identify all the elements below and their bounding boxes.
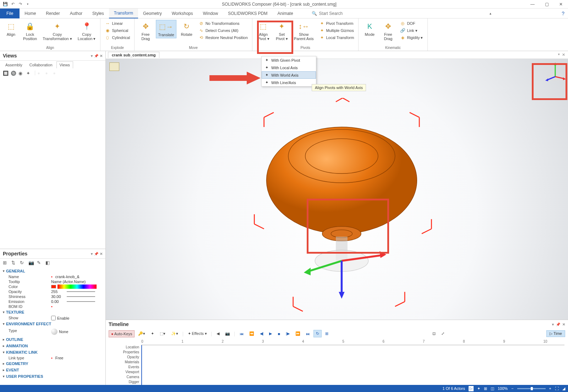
tl-stepback-button[interactable]: ◀| [258,330,266,337]
collapse-ribbon-icon[interactable]: ▴ [490,11,491,15]
with-given-pivot-item[interactable]: ✦With Given Pivot [262,56,316,64]
tab-author[interactable]: Author [65,9,87,18]
tl-last-button[interactable]: ⏭ [304,331,312,337]
views-pin-icon[interactable]: 📌 [94,54,98,58]
views-icon-6[interactable]: ▫ [46,71,52,77]
tl-next-button[interactable]: ⏩ [293,330,302,337]
views-icon-1[interactable]: 🔲 [3,71,9,77]
tab-home[interactable]: Home [20,9,41,18]
tl-icon-7[interactable]: ⊞ [323,330,331,337]
close-button[interactable]: ✕ [554,0,568,9]
pivot-transform-button[interactable]: ✦Pivot Transform [318,20,356,27]
prop-color-value[interactable] [51,285,103,289]
prop-tooltip-value[interactable]: Name (Actor.Name) [51,280,103,284]
cylindrical-explode-button[interactable]: ⬯Cylindrical [103,34,131,41]
tab-geometry[interactable]: Geometry [138,9,167,18]
doc-close-icon[interactable]: ✕ [562,53,565,57]
collaboration-tab[interactable]: Collaboration [26,61,56,68]
tab-render[interactable]: Render [41,9,65,18]
tl-track-label[interactable]: Viewport [106,370,139,375]
show-parent-axis-button[interactable]: ↕↔Show Parent Axis [292,20,316,42]
tl-icon-5[interactable]: ◀̶ [214,330,222,337]
cat-outline[interactable]: OUTLINE [2,336,103,343]
file-tab[interactable]: File [0,9,20,18]
views-icon-5[interactable]: ▫ [38,71,44,77]
prop-tb-icon-2[interactable]: ⇅ [11,260,18,266]
dof-button[interactable]: ◎DOF [398,20,424,27]
spherical-explode-button[interactable]: ◉Spherical [103,27,131,34]
document-tab[interactable]: crank sub_content.smg [108,52,159,58]
minimize-button[interactable]: — [525,0,540,9]
prop-close-icon[interactable]: ✕ [100,252,103,256]
maximize-button[interactable]: ▢ [540,0,554,9]
tl-prev-button[interactable]: ⏪ [247,330,256,337]
tl-icon-6[interactable]: 📷 [223,330,232,337]
set-pivot-button[interactable]: ✦Set Pivot ▾ [274,20,290,42]
views-icon-2[interactable]: 🔘 [11,71,17,77]
search-box[interactable]: 🔍 [309,10,422,17]
tl-stepfwd-button[interactable]: |▶ [284,330,292,337]
views-dropdown-icon[interactable]: ▾ [91,54,93,58]
tl-track-label[interactable]: Camera [106,375,139,380]
save-icon[interactable]: 💾 [2,1,9,7]
with-line-axis-item[interactable]: ✦With Line/Axis [262,79,316,86]
prop-tb-icon-3[interactable]: ↻ [20,260,26,266]
zoom-in-button[interactable]: + [549,386,551,391]
rigidity-button[interactable]: ◈Rigidity ▾ [398,34,424,41]
lock-position-button[interactable]: 🔒Lock Position [21,20,39,42]
copy-location-button[interactable]: 📍Copy Location ▾ [76,20,98,42]
views-views-tab[interactable]: Views [56,61,73,68]
tl-track-label[interactable]: Materials [106,360,139,365]
tab-animate[interactable]: Animate [273,9,298,18]
multiple-gizmos-button[interactable]: ✦Multiple Gizmos [318,27,356,34]
local-transform-button[interactable]: ✦Local Transform [318,34,356,41]
tl-icon-4[interactable]: ✨▾ [169,330,180,337]
view-triad-icon[interactable] [545,61,566,82]
with-local-axis-item[interactable]: ✦With Local Axis [262,64,316,71]
link-button[interactable]: 🔗Link ▾ [398,27,424,34]
views-icon-4[interactable]: ✦ [26,71,33,77]
tl-track-label[interactable]: Events [106,365,139,370]
undo-icon[interactable]: ↶ [10,1,16,7]
tl-track-label[interactable]: Digger [106,380,139,385]
tl-track-label[interactable]: Opacity [106,355,139,360]
views-icon-7[interactable]: ▫ [54,71,60,77]
tab-workshops[interactable]: Workshops [167,9,198,18]
prop-tb-icon-1[interactable]: ⊞ [3,260,9,266]
prop-type-value[interactable]: None [51,328,103,335]
cat-general[interactable]: GENERAL [2,268,103,274]
prop-tb-icon-4[interactable]: 📷 [28,260,35,266]
status-icon-5[interactable]: ⛶ [555,386,559,391]
viewport[interactable] [106,59,568,320]
tab-pdm[interactable]: SOLIDWORKS PDM [223,9,272,18]
tl-icon-8[interactable]: ⊡ [430,330,438,337]
prop-show-value[interactable]: Enable [51,316,103,320]
prop-emission-value[interactable]: 0.00 [51,299,103,304]
tl-close-icon[interactable]: ✕ [562,322,565,326]
with-world-axis-item[interactable]: ✦With World Axis [262,71,316,79]
zoom-out-button[interactable]: − [511,386,513,391]
cat-texture[interactable]: TEXTURE [2,309,103,315]
auto-keys-button[interactable]: ●Auto-Keys [109,330,135,337]
detect-curves-button[interactable]: ∿Detect Curves (Alt) [197,27,249,34]
prop-name-value[interactable]: •crank-knob_& [51,275,103,279]
copy-transformation-button[interactable]: ✦Copy Transformation ▾ [41,20,74,42]
prop-bomid-value[interactable]: • [51,304,103,309]
prop-tb-icon-5[interactable]: ✎ [37,260,43,266]
tl-track-label[interactable]: Location [106,345,139,350]
qat-dropdown-icon[interactable]: ▾ [24,1,31,7]
tl-track-label[interactable]: Properties [106,350,139,355]
prop-dropdown-icon[interactable]: ▾ [91,252,93,256]
cat-envfx[interactable]: ENVIRONMENT EFFECT [2,321,103,327]
status-resize-icon[interactable]: ◢ [562,386,565,391]
prop-show-checkbox[interactable] [51,316,56,320]
tl-pin-icon[interactable]: 📌 [556,322,560,326]
status-icon-2[interactable]: ✦ [477,386,480,391]
align-pivot-button[interactable]: ⬚Align Pivot ▾ [255,20,272,42]
status-icon-3[interactable]: ⊞ [484,386,487,391]
tl-first-button[interactable]: ⏮ [237,331,246,337]
prop-opacity-value[interactable]: 255 [51,289,103,294]
prop-pin-icon[interactable]: 📌 [94,252,98,256]
kinematic-free-drag-button[interactable]: ✥Free Drag [380,20,396,42]
kinematic-mode-button[interactable]: KMode [361,20,378,38]
